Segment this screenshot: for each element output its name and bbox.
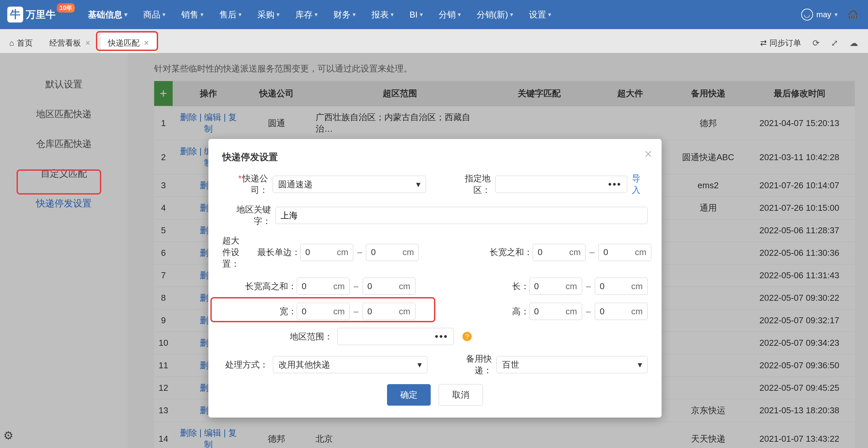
modal-buttons: 确定 取消 [222,384,648,406]
nav-label: 库存 [296,9,313,21]
lwsum-to[interactable]: 0cm [598,244,651,261]
tab-label: 快递匹配 [108,38,140,48]
height-from[interactable]: 0cm [529,303,582,320]
chevron-down-icon: ▾ [548,11,551,18]
headset-icon[interactable]: 🎧 [847,9,858,20]
nav-label: 售后 [219,9,237,21]
logo-icon: 牛 [7,7,23,23]
maxedge-to[interactable]: 0cm [366,244,419,261]
nav-item-bi[interactable]: BI▾ [409,9,423,21]
length-to[interactable]: 0cm [595,278,648,295]
chevron-down-icon: ▾ [239,11,242,18]
width-to[interactable]: 0cm [363,303,415,320]
label-lwhsum: 长宽高之和： [241,280,297,292]
nav-item-distnew[interactable]: 分销(新)▾ [477,9,513,21]
company-value: 圆通速递 [278,179,313,190]
row-oversize-1: 超大件设置： 最长单边： 0cm – 0cm 长宽之和： 0cm – 0cm [222,235,648,270]
username: may [816,10,831,19]
label-length: 长： [473,280,529,292]
sync-orders-button[interactable]: ⇄ 同步订单 [760,38,801,48]
logo[interactable]: 牛 万里牛 10年 [7,7,75,23]
nav-item-aftersale[interactable]: 售后▾ [219,9,242,21]
chevron-down-icon: ▾ [417,360,422,370]
backup-select[interactable]: 百世 ▾ [497,356,648,373]
home-tab[interactable]: ⌂ 首页 [3,33,39,53]
val: 0 [371,247,375,258]
nav-item-finance[interactable]: 财务▾ [334,9,355,21]
close-icon[interactable]: ✕ [644,148,652,160]
nav-label: 财务 [334,9,351,21]
lwsum-from[interactable]: 0cm [533,244,586,261]
close-icon[interactable]: ✕ [85,39,91,47]
help-icon[interactable]: ? [462,332,472,341]
val: 0 [368,306,372,317]
row-company: *快递公司： 圆通速递 ▾ 指定地区： ••• 导入 [222,173,648,196]
label-backup: 备用快递： [452,353,492,376]
tab-label: 经营看板 [49,38,81,48]
unit: cm [333,306,345,317]
ok-button[interactable]: 确定 [387,384,431,406]
nav-label: 销售 [181,9,198,21]
tab-express-match[interactable]: 快递匹配 ✕ [100,33,156,53]
chevron-down-icon: ▾ [416,179,421,189]
unit: cm [569,247,581,258]
label-maxedge: 最长单边： [244,246,300,258]
val: 0 [302,306,306,317]
lwhsum-to[interactable]: 0cm [363,278,415,295]
unit: cm [566,306,577,317]
top-nav: 牛 万里牛 10年 基础信息▾ 商品▾ 销售▾ 售后▾ 采购▾ 库存▾ 财务▾ … [0,0,868,29]
label-lwsum: 长宽之和： [476,246,533,258]
brand-name: 万里牛 [26,8,56,22]
import-link[interactable]: 导入 [632,173,648,196]
height-to[interactable]: 0cm [595,303,648,320]
label-scope: 地区范围： [277,331,333,342]
cloud-icon[interactable]: ☁ [849,38,858,48]
scope-picker[interactable]: ••• [337,328,454,345]
nav-item-settings[interactable]: 设置▾ [529,9,551,21]
lwhsum-from[interactable]: 0cm [297,278,350,295]
express-stop-modal: 快递停发设置 ✕ *快递公司： 圆通速递 ▾ 指定地区： ••• 导入 地区关键… [208,139,661,418]
val: 0 [302,281,306,292]
label-keyword: 地区关键字： [222,204,271,227]
close-icon[interactable]: ✕ [144,39,149,47]
chevron-down-icon: ▾ [391,11,394,18]
nav-item-purchase[interactable]: 采购▾ [257,9,280,21]
nav-item-sales[interactable]: 销售▾ [181,9,204,21]
val: 0 [600,306,604,317]
anniversary-badge: 10年 [57,3,75,12]
process-select[interactable]: 改用其他快递 ▾ [273,356,427,373]
process-value: 改用其他快递 [279,359,330,370]
refresh-icon[interactable]: ⟳ [812,38,820,48]
sync-icon: ⇄ [760,38,767,48]
region-picker[interactable]: ••• [495,176,627,193]
row-oversize-3: 宽： 0cm – 0cm 高： 0cm – 0cm [222,303,648,320]
sync-label: 同步订单 [769,38,801,48]
nav-item-dist[interactable]: 分销▾ [439,9,461,21]
nav-item-report[interactable]: 报表▾ [371,9,394,21]
length-from[interactable]: 0cm [529,278,582,295]
nav-label: 分销(新) [477,9,508,21]
chevron-down-icon: ▾ [835,11,838,18]
tab-bar-right: ⇄ 同步订单 ⟳ ⤢ ☁ [760,38,861,53]
nav-label: 报表 [371,9,389,21]
unit: cm [403,247,414,258]
tab-dashboard[interactable]: 经营看板 ✕ [42,33,98,53]
user-menu[interactable]: ◡ may ▾ [801,9,838,21]
width-from[interactable]: 0cm [297,303,350,320]
home-icon: ⌂ [9,38,14,48]
nav-item-product[interactable]: 商品▾ [143,9,165,21]
nav-item-basic[interactable]: 基础信息▾ [88,9,127,21]
chevron-down-icon: ▾ [458,11,461,18]
nav-item-stock[interactable]: 库存▾ [296,9,317,21]
keyword-input[interactable] [276,207,648,224]
unit: cm [399,281,410,292]
maxedge-from[interactable]: 0cm [300,244,353,261]
fullscreen-icon[interactable]: ⤢ [831,38,838,48]
val: 0 [534,281,539,292]
val: 0 [534,306,539,317]
dash: – [586,306,591,317]
cancel-button[interactable]: 取消 [439,384,483,406]
chevron-down-icon: ▾ [352,11,355,18]
company-select[interactable]: 圆通速递 ▾ [273,176,426,193]
unit: cm [337,247,348,258]
